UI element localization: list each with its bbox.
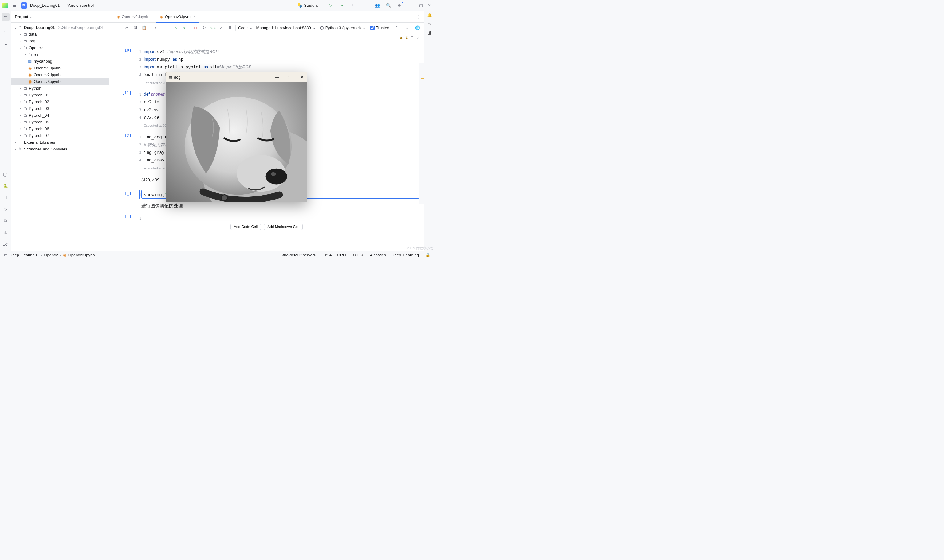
status-encoding[interactable]: UTF-8 bbox=[353, 253, 364, 257]
structure-tool-icon[interactable]: ⠿ bbox=[2, 26, 9, 34]
tree-external-libraries[interactable]: ›⎓External Libraries bbox=[11, 139, 109, 146]
tree-folder[interactable]: ›🗀Python bbox=[11, 85, 109, 91]
cv-maximize-icon[interactable]: ▢ bbox=[287, 75, 292, 80]
clear-outputs-icon[interactable]: ✓ bbox=[218, 25, 224, 31]
status-eol[interactable]: CRLF bbox=[337, 253, 347, 257]
run-tool-icon[interactable]: ▷ bbox=[2, 205, 9, 213]
nav-up-icon[interactable]: ⌃ bbox=[393, 25, 400, 31]
main-menu-icon[interactable]: ☰ bbox=[11, 2, 18, 9]
project-badge[interactable]: DL bbox=[21, 3, 27, 9]
inspect-up-icon[interactable]: ⌃ bbox=[410, 35, 413, 40]
code-editor[interactable] bbox=[141, 213, 420, 222]
cut-icon[interactable]: ✂ bbox=[124, 25, 130, 31]
tree-folder[interactable]: ›🗀Pytorch_05 bbox=[11, 118, 109, 125]
tree-folder[interactable]: ›🗀data bbox=[11, 31, 109, 37]
add-cell-icon[interactable]: ＋ bbox=[113, 25, 119, 31]
trusted-checkbox[interactable]: Trusted bbox=[370, 26, 389, 30]
tree-notebook[interactable]: ◉Opencv1.ipynb bbox=[11, 65, 109, 71]
add-markdown-cell-button[interactable]: Add Markdown Cell bbox=[264, 224, 303, 230]
notebook-toolbar: ＋ ✂ 🗐 📋 ↑ ↓ ▷ ⌖ □ ↻ ▷▷ ✓ 🗑 Code Managed:… bbox=[110, 23, 424, 33]
problems-tool-icon[interactable]: ⚠ bbox=[2, 228, 9, 236]
jupyter-tool-icon[interactable]: ◯ bbox=[2, 170, 9, 178]
project-header[interactable]: Project ⌄ bbox=[11, 11, 109, 23]
status-interpreter[interactable]: Deep_Learning bbox=[392, 253, 419, 257]
tabs-more-icon[interactable]: ⋮ bbox=[413, 11, 424, 22]
minimap[interactable] bbox=[420, 63, 424, 205]
database-icon[interactable]: 🗄 bbox=[427, 31, 432, 35]
close-window-icon[interactable]: ✕ bbox=[426, 2, 432, 9]
crumb-file[interactable]: Opencv3.ipynb bbox=[68, 253, 95, 257]
terminal-tool-icon[interactable]: ⧉ bbox=[2, 217, 9, 225]
delete-icon[interactable]: 🗑 bbox=[227, 25, 233, 31]
watermark: CSDN @程序小黑 bbox=[406, 246, 433, 251]
inspection-bar[interactable]: ▲ 2 ⌃ ⌄ bbox=[110, 33, 424, 41]
kernel-selector[interactable]: Python 3 (ipykernel) ⌄ bbox=[320, 26, 366, 30]
managed-server[interactable]: Managed: http://localhost:8889 ⌄ bbox=[256, 26, 316, 30]
license-badge[interactable]: Student bbox=[298, 3, 323, 8]
cv-window[interactable]: ▦ dog — ▢ ✕ bbox=[166, 72, 307, 202]
run-all-icon[interactable]: ▷▷ bbox=[210, 25, 216, 31]
python-console-icon[interactable]: 🐍 bbox=[2, 182, 9, 190]
code-with-me-icon[interactable]: 👥 bbox=[374, 2, 381, 9]
run-icon[interactable]: ▷ bbox=[327, 2, 334, 9]
cell-type-selector[interactable]: Code bbox=[238, 26, 252, 30]
status-indent[interactable]: 4 spaces bbox=[370, 253, 386, 257]
debug-icon[interactable]: ⌖ bbox=[338, 2, 345, 9]
search-icon[interactable]: 🔍 bbox=[385, 2, 392, 9]
cv-close-icon[interactable]: ✕ bbox=[299, 75, 304, 80]
add-code-cell-button[interactable]: Add Code Cell bbox=[230, 224, 261, 230]
breadcrumb[interactable]: 🗀 Deep_Learing01 › Opencv › ◉ Opencv3.ip… bbox=[4, 253, 95, 257]
inspect-down-icon[interactable]: ⌄ bbox=[416, 35, 420, 40]
maximize-icon[interactable]: ▢ bbox=[418, 2, 424, 9]
git-tool-icon[interactable]: ⎇ bbox=[2, 240, 9, 248]
services-tool-icon[interactable]: ❒ bbox=[2, 194, 9, 202]
more-tools-icon[interactable]: ⋯ bbox=[2, 40, 9, 48]
copy-icon[interactable]: 🗐 bbox=[133, 25, 139, 31]
code-cell[interactable]: [_]1 bbox=[114, 213, 420, 222]
tree-notebook[interactable]: ◉Opencv3.ipynb bbox=[11, 78, 109, 85]
tree-folder[interactable]: ›🗀Pytorch_06 bbox=[11, 125, 109, 132]
status-lock-icon[interactable]: 🔒 bbox=[424, 252, 431, 258]
tree-notebook[interactable]: ◉Opencv2.ipynb bbox=[11, 71, 109, 78]
markdown-cell[interactable]: 进行图像阈值的处理 bbox=[141, 203, 420, 209]
debug-cell-icon[interactable]: ⌖ bbox=[181, 25, 187, 31]
cv-window-titlebar[interactable]: ▦ dog — ▢ ✕ bbox=[166, 72, 307, 82]
status-caret[interactable]: 19:24 bbox=[322, 253, 332, 257]
move-down-icon[interactable]: ↓ bbox=[161, 25, 167, 31]
tree-folder[interactable]: ›🗀res bbox=[11, 51, 109, 58]
tree-folder[interactable]: ›🗀img bbox=[11, 37, 109, 44]
vcs-menu[interactable]: Version control bbox=[67, 3, 98, 8]
run-cell-icon[interactable]: ▷ bbox=[173, 25, 179, 31]
tree-folder[interactable]: ›🗀Pytorch_02 bbox=[11, 98, 109, 105]
cv-minimize-icon[interactable]: — bbox=[275, 75, 280, 80]
crumb-folder[interactable]: Opencv bbox=[44, 253, 58, 257]
tree-folder[interactable]: ›🗀Pytorch_01 bbox=[11, 91, 109, 98]
tree-file[interactable]: ▦mycar.png bbox=[11, 58, 109, 65]
editor-tab[interactable]: ◉Opencv3.ipynb× bbox=[155, 11, 201, 22]
editor-tab[interactable]: ◉Opencv2.ipynb bbox=[112, 11, 153, 22]
notifications-icon[interactable]: 🔔 bbox=[427, 13, 432, 17]
project-selector[interactable]: Deep_Learing01 bbox=[30, 3, 64, 8]
tree-folder[interactable]: ›🗀Pytorch_07 bbox=[11, 132, 109, 139]
crumb-project[interactable]: Deep_Learing01 bbox=[9, 253, 39, 257]
tree-folder[interactable]: ›🗀Pytorch_03 bbox=[11, 105, 109, 112]
close-tab-icon[interactable]: × bbox=[193, 15, 196, 19]
tree-root[interactable]: ⌄🗀Deep_Learing01D:\Git-res\DeepLearing\D… bbox=[11, 24, 109, 31]
restart-icon[interactable]: ↻ bbox=[201, 25, 207, 31]
tree-folder[interactable]: ⌄🗀Opencv bbox=[11, 44, 109, 51]
nav-down-icon[interactable]: ⌄ bbox=[404, 25, 410, 31]
project-tool-icon[interactable]: 🗀 bbox=[2, 13, 9, 21]
status-server[interactable]: <no default server> bbox=[282, 253, 316, 257]
tree-folder[interactable]: ›🗀Pytorch_04 bbox=[11, 112, 109, 118]
stop-icon[interactable]: □ bbox=[192, 25, 199, 31]
project-tree[interactable]: ⌄🗀Deep_Learing01D:\Git-res\DeepLearing\D… bbox=[11, 23, 109, 251]
globe-icon[interactable]: 🌐 bbox=[415, 25, 421, 31]
paste-icon[interactable]: 📋 bbox=[141, 25, 147, 31]
tree-scratches[interactable]: ›✎Scratches and Consoles bbox=[11, 146, 109, 152]
output-menu-icon[interactable]: ⋮ bbox=[414, 177, 420, 182]
more-actions-icon[interactable]: ⋮ bbox=[349, 2, 356, 9]
ai-assistant-icon[interactable]: ⟳ bbox=[428, 22, 431, 26]
move-up-icon[interactable]: ↑ bbox=[153, 25, 159, 31]
settings-icon[interactable]: ⚙ bbox=[396, 2, 403, 9]
minimize-icon[interactable]: — bbox=[410, 2, 416, 9]
